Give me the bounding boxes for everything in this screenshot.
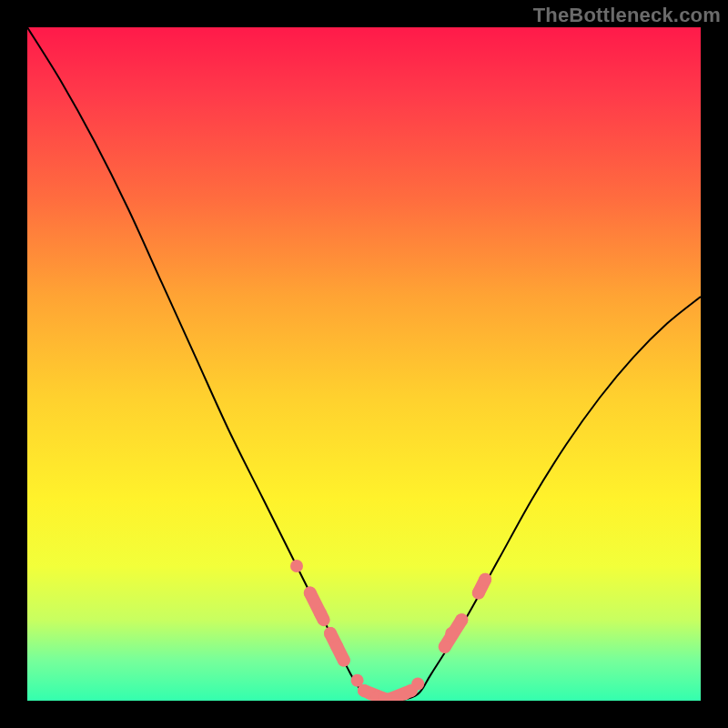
watermark-text: TheBottleneck.com: [533, 4, 721, 27]
marker-dot: [479, 573, 491, 586]
marker-dot: [290, 560, 303, 572]
marker-dot: [304, 587, 317, 600]
chart-frame: TheBottleneck.com: [0, 0, 728, 728]
marker-dot: [338, 654, 350, 667]
marker-dot: [472, 587, 485, 600]
marker-dot: [455, 613, 468, 626]
plot-area: [27, 27, 701, 701]
marker-pills: [310, 580, 485, 699]
marker-dot: [330, 641, 343, 653]
marker-dot: [411, 678, 424, 691]
marker-dot: [314, 607, 327, 620]
marker-dot: [324, 627, 337, 640]
curve-svg: [27, 27, 701, 701]
marker-dot: [439, 641, 451, 653]
marker-dot: [445, 627, 458, 640]
bottleneck-curve: [27, 27, 701, 701]
